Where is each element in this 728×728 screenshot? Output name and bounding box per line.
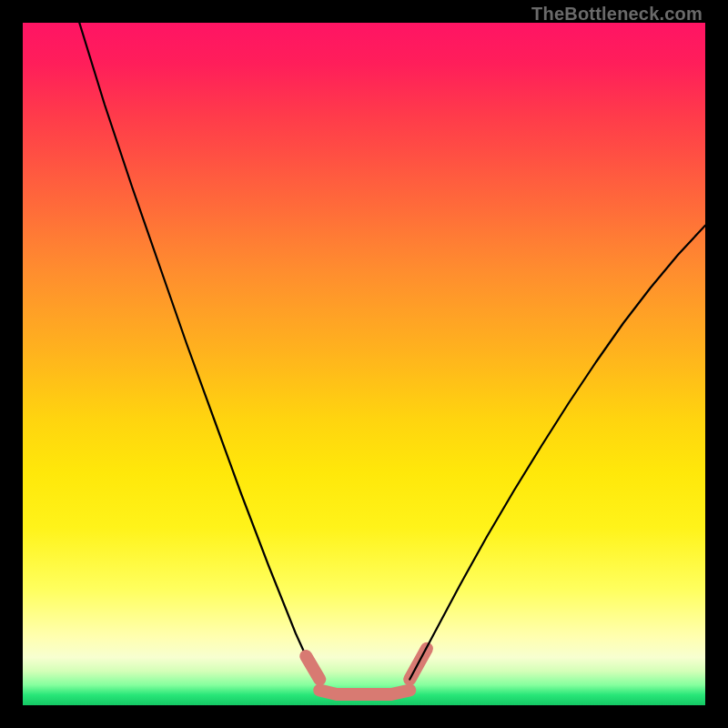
series-bottom-overlay-left [306, 656, 319, 680]
curve-svg [23, 23, 705, 705]
attribution-text: TheBottleneck.com [531, 4, 703, 25]
chart-container: TheBottleneck.com [0, 0, 728, 728]
series-right-branch [410, 226, 705, 680]
series-left-branch [79, 23, 319, 680]
plot-area [23, 23, 705, 705]
series-bottom-flat [319, 691, 410, 695]
curve-group [79, 23, 705, 694]
